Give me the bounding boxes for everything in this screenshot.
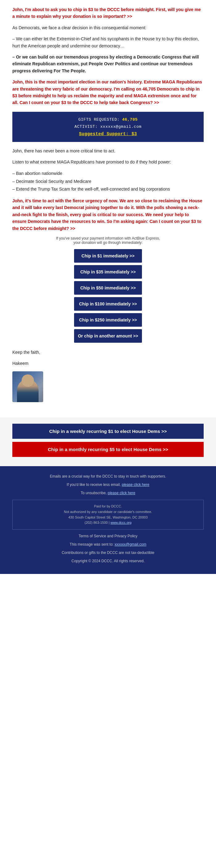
footer-less-email: If you'd like to receive less email, ple…	[12, 482, 204, 488]
footer-terms: Terms of Service and Privacy Policy	[12, 533, 204, 539]
gifts-box: GIFTS REQUESTED: 46,705 ACTIVIST: xxxxxx…	[12, 112, 204, 142]
donate-btn-1[interactable]: Chip in $1 immediately >>	[74, 249, 142, 262]
unsubscribe-link[interactable]: please click here	[108, 491, 135, 495]
dccc-website-link[interactable]: www.dccc.org	[110, 521, 131, 524]
maga-list: – Ban abortion nationwide – Decimate Soc…	[12, 170, 204, 193]
bold-para1: – Or we can build on our tremendous prog…	[12, 54, 204, 74]
footer-contributions: Contributions or gifts to the DCCC are n…	[12, 550, 204, 556]
footer-copyright: Copyright © 2024 DCCC. All rights reserv…	[12, 558, 204, 564]
bullet1: – We can either let the Extremist-in-Chi…	[12, 35, 204, 49]
activist-email: xxxxxx@gmail.com	[100, 124, 142, 129]
donate-btn-other[interactable]: Or chip in another amount >>	[74, 329, 142, 343]
closing: Keep the faith, Hakeem	[12, 349, 204, 367]
footer-line1: Emails are a crucial way for the DCCC to…	[12, 473, 204, 479]
donate-btn-100[interactable]: Chip in $100 immediately >>	[74, 297, 142, 311]
footer-sent-to: This message was sent to: xxxxxx@gmail.c…	[12, 541, 204, 548]
para3: Listen to what extreme MAGA Republicans …	[12, 159, 204, 165]
bullet4: – Extend the Trump Tax Scam for the well…	[12, 185, 204, 193]
sent-email-link[interactable]: xxxxxx@gmail.com	[114, 542, 146, 547]
disclaimer-line3: 430 South Capitol Street SE, Washington,…	[18, 515, 198, 520]
weekly-recurring-btn[interactable]: Chip in a weekly recurring $1 to elect H…	[12, 424, 204, 439]
payment-note-line2: your donation will go through immediatel…	[12, 241, 204, 245]
red-para1[interactable]: John, this is the most important electio…	[12, 80, 202, 105]
closing1: Keep the faith,	[12, 349, 204, 355]
hakeem-photo	[12, 371, 43, 402]
disclaimer-line1: Paid for by DCCC.	[18, 504, 198, 509]
disclaimer-line2: Not authorized by any candidate or candi…	[18, 509, 198, 515]
payment-note: If you've saved your payment information…	[12, 236, 204, 245]
closing2: Hakeem	[12, 360, 204, 367]
donate-btn-250[interactable]: Chip in $250 immediately >>	[74, 313, 142, 327]
bullet2: – Ban abortion nationwide	[12, 170, 204, 177]
activist-label: ACTIVIST:	[74, 124, 98, 129]
less-email-link[interactable]: please click here	[122, 483, 149, 487]
donate-btn-35[interactable]: Chip in $35 immediately >>	[74, 265, 142, 279]
suggested-support: Suggested Support: $3	[79, 131, 137, 136]
disclaimer-line4: (202) 863-1500 | www.dccc.org	[18, 520, 198, 526]
monthly-recurring-btn[interactable]: Chip in a monthly recurring $5 to elect …	[12, 442, 204, 457]
gifts-count: 46,705	[122, 117, 138, 122]
donate-btn-50[interactable]: Chip in $50 immediately >>	[74, 281, 142, 295]
red-para2[interactable]: John, it's time to act with the fierce u…	[12, 198, 202, 231]
photo-container	[12, 371, 204, 402]
footer-disclaimer: Paid for by DCCC. Not authorized by any …	[12, 500, 204, 529]
payment-note-line1: If you've saved your payment information…	[12, 236, 204, 241]
bullet3: – Decimate Social Security and Medicare	[12, 178, 204, 185]
donate-buttons-container: Chip in $1 immediately >> Chip in $35 im…	[12, 249, 204, 343]
para2: John, there has never been a more critic…	[12, 148, 204, 154]
footer: Emails are a crucial way for the DCCC to…	[0, 466, 216, 574]
para1: As Democrats, we face a clear decision i…	[12, 24, 204, 31]
bottom-cta-section: Chip in a weekly recurring $1 to elect H…	[0, 417, 216, 466]
footer-unsubscribe: To unsubscribe, please click here	[12, 490, 204, 496]
gifts-label: GIFTS REQUESTED:	[78, 117, 120, 122]
intro-link[interactable]: John, I'm about to ask you to chip in $3…	[12, 7, 201, 19]
